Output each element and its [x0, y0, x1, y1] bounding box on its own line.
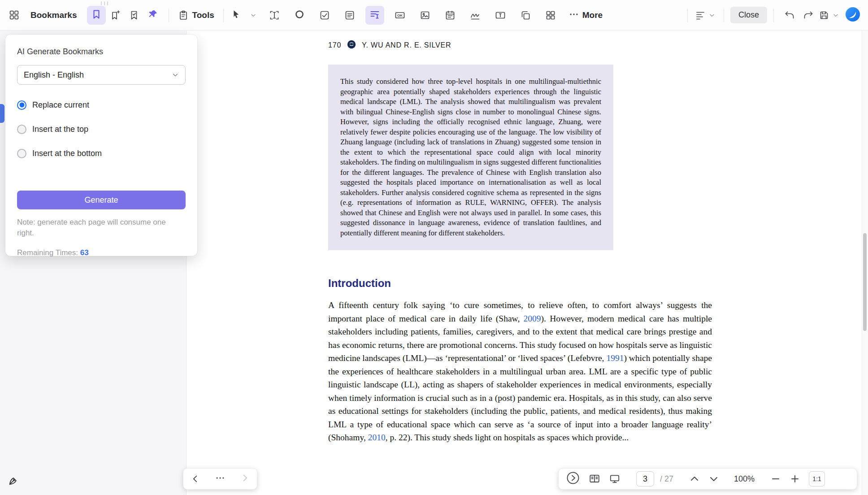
chevron-left-icon	[191, 474, 200, 484]
remaining-times-label: Remaining Times:	[17, 248, 80, 257]
ai-generate-bookmarks-popup: AI Generate Bookmarks English - English …	[5, 35, 197, 256]
select-tool-dropdown[interactable]	[248, 6, 259, 25]
align-fields-button[interactable]	[694, 6, 707, 25]
citation-link[interactable]: 1991	[606, 353, 624, 363]
text-field-button[interactable]	[365, 6, 384, 25]
text-field-icon	[369, 9, 380, 22]
more-button[interactable]: More	[566, 6, 605, 25]
language-select[interactable]: English - English	[17, 65, 186, 85]
generate-button[interactable]: Generate	[17, 191, 186, 209]
option-label: Replace current	[32, 100, 89, 110]
app-logo	[845, 6, 861, 24]
tools-button[interactable]: Tools	[175, 6, 217, 25]
apps-grid-button[interactable]	[4, 6, 23, 25]
apps-grid-icon	[9, 9, 20, 21]
bookmarks-toolbar-title: Bookmarks	[30, 10, 77, 20]
panel-nav-bar	[183, 468, 257, 490]
select-arrow-icon	[231, 9, 241, 21]
tools-label: Tools	[192, 10, 214, 20]
more-dots-icon	[569, 9, 579, 21]
save-button[interactable]	[818, 6, 830, 25]
textarea-field-button[interactable]	[491, 6, 510, 25]
signature-field-button[interactable]	[466, 6, 485, 25]
ok-field-button[interactable]: OK	[391, 6, 409, 25]
bookmark-add-button[interactable]	[106, 6, 125, 25]
pin-button[interactable]	[143, 6, 162, 25]
chevron-down-icon	[709, 12, 715, 18]
text-select-button[interactable]	[265, 6, 284, 25]
radio-icon	[17, 125, 26, 134]
option-label: Insert at the top	[32, 125, 88, 134]
zoom-in-button[interactable]	[790, 473, 800, 484]
chevron-down-icon	[708, 473, 719, 484]
form-tools-row: OK	[230, 6, 605, 25]
date-field-button[interactable]	[441, 6, 460, 25]
chevron-right-icon	[240, 473, 250, 485]
save-icon	[819, 10, 829, 21]
list-field-button[interactable]	[340, 6, 359, 25]
toolbar-separator	[223, 9, 224, 22]
citation-link[interactable]: 2009	[524, 314, 541, 323]
scrollbar-thumb[interactable]	[863, 233, 867, 331]
toolbar-separator	[169, 9, 169, 22]
copy-icon	[520, 10, 531, 21]
toolbar-drag-handle[interactable]	[101, 1, 108, 5]
vertical-scrollbar[interactable]	[862, 30, 868, 495]
sidebar-active-indicator	[0, 104, 4, 123]
bookmark-list-button[interactable]	[87, 6, 106, 25]
presentation-icon	[609, 473, 621, 485]
pin-icon	[148, 9, 158, 22]
bookmark-check-button[interactable]	[125, 6, 143, 25]
undo-button[interactable]	[780, 6, 799, 25]
redo-button[interactable]	[799, 6, 818, 25]
next-page-button[interactable]	[708, 473, 719, 484]
align-fields-dropdown[interactable]	[707, 6, 717, 25]
circle-tool-button[interactable]	[290, 6, 309, 25]
language-select-value: English - English	[24, 70, 84, 80]
copy-button[interactable]	[516, 6, 535, 25]
remaining-times-value: 63	[80, 248, 89, 257]
zoom-level[interactable]: 100%	[734, 474, 755, 484]
option-replace-current[interactable]: Replace current	[17, 99, 186, 111]
abstract-box: This study considered how three top-leve…	[328, 65, 613, 250]
grid-view-button[interactable]	[541, 6, 560, 25]
select-tool-button[interactable]	[230, 6, 242, 25]
date-field-icon	[445, 10, 456, 21]
option-insert-bottom[interactable]: Insert at the bottom	[17, 148, 186, 159]
zoom-out-icon	[770, 473, 781, 484]
circle-next-icon	[566, 471, 580, 487]
toolbar-separator	[724, 9, 724, 22]
chevron-down-icon	[833, 12, 839, 18]
image-field-button[interactable]	[416, 6, 434, 25]
presentation-mode-button[interactable]	[609, 473, 621, 485]
zoom-out-button[interactable]	[770, 473, 781, 484]
document-viewer: 170 Y. WU AND R. E. SILVER This study co…	[187, 30, 868, 495]
ok-field-icon: OK	[395, 10, 405, 21]
app-logo-button[interactable]	[844, 6, 862, 25]
prev-button[interactable]	[191, 474, 200, 484]
page-number-label: 170	[328, 41, 341, 49]
bookmark-check-icon	[129, 10, 139, 21]
toolbar-separator	[773, 9, 774, 22]
two-page-view-icon	[589, 473, 600, 485]
citation-link[interactable]: 2010	[368, 433, 386, 442]
close-button[interactable]: Close	[730, 7, 767, 23]
redo-icon	[803, 10, 814, 21]
save-dropdown[interactable]	[830, 6, 841, 25]
pen-tool-icon	[8, 474, 20, 486]
actual-size-button[interactable]: 1:1	[809, 471, 825, 486]
pdf-page: 170 Y. WU AND R. E. SILVER This study co…	[328, 39, 712, 444]
next-button-disabled[interactable]	[240, 473, 250, 485]
publisher-logo	[347, 39, 356, 51]
body-paragraph: A fifteenth century folk saying ‘to cure…	[328, 299, 712, 444]
expand-bar-button[interactable]	[566, 471, 580, 487]
two-page-view-button[interactable]	[589, 473, 600, 485]
image-field-icon	[420, 10, 430, 21]
chevron-down-icon	[172, 71, 179, 78]
checkbox-field-button[interactable]	[315, 6, 334, 25]
previous-page-button[interactable]	[689, 473, 700, 484]
panel-more-button[interactable]	[215, 473, 225, 485]
option-insert-top[interactable]: Insert at the top	[17, 123, 186, 135]
page-number-input[interactable]: 3	[636, 471, 654, 486]
pen-tool-button[interactable]	[6, 473, 22, 488]
